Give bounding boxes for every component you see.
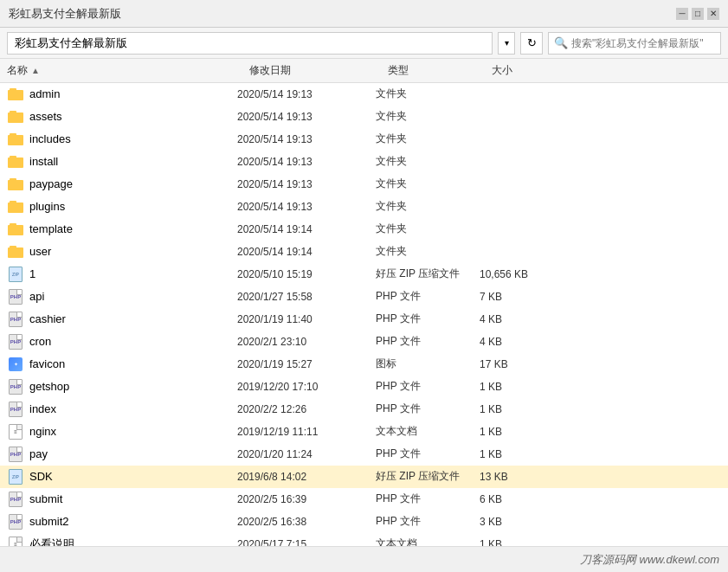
list-item[interactable]: install 2020/5/14 19:13 文件夹 <box>0 151 728 173</box>
file-date: 2019/6/8 14:02 <box>237 471 376 483</box>
sort-arrow-icon: ▲ <box>31 66 40 75</box>
list-item[interactable]: PHP submit 2020/2/5 16:39 PHP 文件 6 KB <box>0 488 728 511</box>
list-item[interactable]: PHP cashier 2020/1/19 11:40 PHP 文件 4 KB <box>0 308 728 331</box>
file-date: 2020/5/17 7:15 <box>237 538 376 547</box>
file-type: PHP 文件 <box>376 492 480 506</box>
list-item[interactable]: ZIP 1 2020/5/10 15:19 好压 ZIP 压缩文件 10,656… <box>0 263 728 286</box>
file-icon-wrapper <box>7 243 24 260</box>
file-name: assets <box>29 110 237 123</box>
file-icon-wrapper <box>7 86 24 103</box>
file-date: 2020/1/19 11:40 <box>237 313 376 325</box>
file-size: 13 KB <box>480 471 566 483</box>
file-icon-wrapper: ZIP <box>7 266 24 283</box>
file-date: 2020/5/14 19:13 <box>237 201 376 213</box>
file-size: 1 KB <box>480 538 566 547</box>
file-date: 2020/1/19 15:27 <box>237 358 376 370</box>
address-text: 彩虹易支付全解最新版 <box>15 35 127 51</box>
file-type: PHP 文件 <box>376 312 480 326</box>
file-type: PHP 文件 <box>376 379 480 394</box>
search-input[interactable] <box>571 37 710 49</box>
list-item[interactable]: PHP submit2 2020/2/5 16:38 PHP 文件 3 KB <box>0 511 728 533</box>
col-header-type[interactable]: 类型 <box>388 63 492 78</box>
folder-icon <box>8 156 23 168</box>
file-type: 文件夹 <box>376 222 480 236</box>
file-type: 文件夹 <box>376 109 480 124</box>
file-icon-wrapper: PHP <box>7 288 24 305</box>
php-file-icon: PHP <box>9 447 23 462</box>
list-item[interactable]: user 2020/5/14 19:14 文件夹 <box>0 241 728 263</box>
list-item[interactable]: ≡ 必看说明 2020/5/17 7:15 文本文档 1 KB <box>0 533 728 546</box>
file-type: 文件夹 <box>376 87 480 101</box>
file-type: 好压 ZIP 压缩文件 <box>376 267 480 281</box>
file-size: 1 KB <box>480 403 566 415</box>
php-file-icon: PHP <box>9 402 23 417</box>
file-date: 2020/5/14 19:13 <box>237 88 376 100</box>
refresh-button[interactable]: ↻ <box>520 32 543 55</box>
file-icon-wrapper: ZIP <box>7 468 24 485</box>
file-type: PHP 文件 <box>376 289 480 304</box>
list-item[interactable]: paypage 2020/5/14 19:13 文件夹 <box>0 173 728 196</box>
file-name: plugins <box>29 200 237 213</box>
file-icon-wrapper: ≡ <box>7 536 24 547</box>
file-date: 2019/12/19 11:11 <box>237 426 376 438</box>
file-icon-wrapper: PHP <box>7 513 24 530</box>
file-name: getshop <box>29 380 237 393</box>
file-name: template <box>29 222 237 235</box>
list-item[interactable]: PHP getshop 2019/12/20 17:10 PHP 文件 1 KB <box>0 376 728 398</box>
list-item[interactable]: ✦ favicon 2020/1/19 15:27 图标 17 KB <box>0 353 728 376</box>
file-date: 2020/1/20 11:24 <box>237 448 376 460</box>
list-item[interactable]: PHP api 2020/1/27 15:58 PHP 文件 7 KB <box>0 286 728 308</box>
file-icon-wrapper <box>7 131 24 148</box>
address-input[interactable]: 彩虹易支付全解最新版 <box>7 32 493 55</box>
list-item[interactable]: PHP cron 2020/2/1 23:10 PHP 文件 4 KB <box>0 331 728 353</box>
folder-icon <box>8 223 23 235</box>
zip-file-icon: ZIP <box>9 267 23 282</box>
col-header-name[interactable]: 名称 ▲ <box>7 63 249 78</box>
zip-file-icon: ZIP <box>9 469 23 485</box>
php-file-icon: PHP <box>9 492 23 507</box>
list-item[interactable]: ZIP SDK 2019/6/8 14:02 好压 ZIP 压缩文件 13 KB <box>0 466 728 488</box>
file-type: PHP 文件 <box>376 402 480 416</box>
file-name: paypage <box>29 177 237 190</box>
window-title: 彩虹易支付全解最新版 <box>9 6 121 22</box>
file-icon-wrapper: PHP <box>7 333 24 350</box>
folder-icon <box>8 88 23 100</box>
list-item[interactable]: plugins 2020/5/14 19:13 文件夹 <box>0 196 728 218</box>
file-icon-wrapper: PHP <box>7 401 24 418</box>
file-size: 1 KB <box>480 448 566 460</box>
folder-icon <box>8 246 23 258</box>
file-type: PHP 文件 <box>376 514 480 529</box>
file-name: admin <box>29 87 237 100</box>
col-header-size[interactable]: 大小 <box>492 63 578 78</box>
favicon-icon: ✦ <box>9 357 23 371</box>
file-size: 6 KB <box>480 493 566 505</box>
close-button[interactable]: ✕ <box>707 8 719 20</box>
file-type: 好压 ZIP 压缩文件 <box>376 469 480 484</box>
list-item[interactable]: ≡ nginx 2019/12/19 11:11 文本文档 1 KB <box>0 421 728 443</box>
file-type: 文件夹 <box>376 154 480 169</box>
file-name: submit <box>29 492 237 505</box>
watermark-text: 刀客源码网 www.dkewl.com <box>580 552 719 568</box>
php-file-icon: PHP <box>9 334 23 350</box>
search-icon: 🔍 <box>554 36 568 49</box>
window-controls: ─ □ ✕ <box>676 8 719 20</box>
file-size: 10,656 KB <box>480 268 566 280</box>
list-item[interactable]: template 2020/5/14 19:14 文件夹 <box>0 218 728 241</box>
address-dropdown[interactable]: ▾ <box>498 32 515 55</box>
file-date: 2020/5/14 19:14 <box>237 223 376 235</box>
list-item[interactable]: PHP index 2020/2/2 12:26 PHP 文件 1 KB <box>0 398 728 421</box>
list-item[interactable]: includes 2020/5/14 19:13 文件夹 <box>0 128 728 151</box>
file-name: cashier <box>29 312 237 325</box>
maximize-button[interactable]: □ <box>692 8 704 20</box>
search-box: 🔍 <box>548 32 721 55</box>
col-header-date[interactable]: 修改日期 <box>249 63 388 78</box>
file-name: user <box>29 245 237 258</box>
minimize-button[interactable]: ─ <box>676 8 688 20</box>
file-type: 文件夹 <box>376 199 480 214</box>
file-name: SDK <box>29 470 237 483</box>
list-item[interactable]: assets 2020/5/14 19:13 文件夹 <box>0 106 728 128</box>
status-bar: 刀客源码网 www.dkewl.com <box>0 546 728 572</box>
list-item[interactable]: admin 2020/5/14 19:13 文件夹 <box>0 83 728 106</box>
folder-icon <box>8 111 23 123</box>
list-item[interactable]: PHP pay 2020/1/20 11:24 PHP 文件 1 KB <box>0 443 728 466</box>
